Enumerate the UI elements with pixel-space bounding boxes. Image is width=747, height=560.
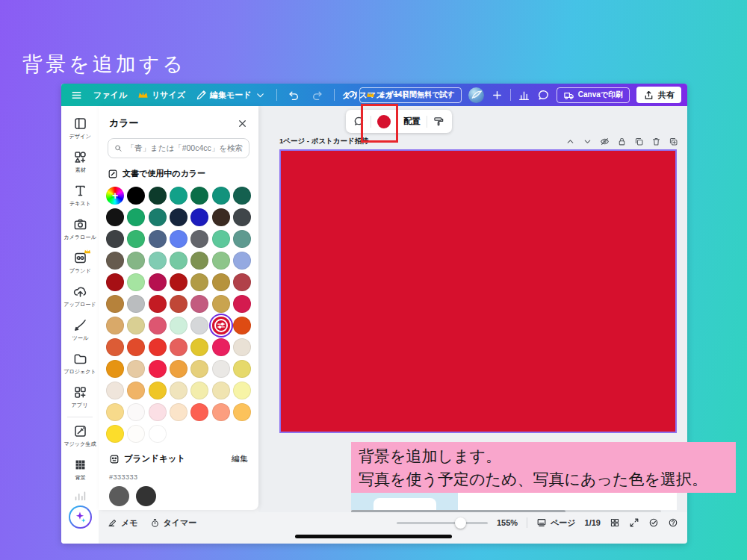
color-swatch[interactable] <box>106 338 124 356</box>
sidebar-item-background[interactable]: 背景 <box>63 453 97 487</box>
color-swatch[interactable] <box>149 317 167 335</box>
color-swatch[interactable] <box>190 187 208 205</box>
color-swatch[interactable] <box>106 425 124 443</box>
insights-icon[interactable] <box>518 89 530 102</box>
color-swatch[interactable] <box>190 230 208 248</box>
brand-color-swatch[interactable] <box>109 486 129 506</box>
sidebar-item-projects[interactable]: プロジェクト <box>63 347 97 381</box>
comment-icon[interactable] <box>353 116 365 127</box>
sidebar-item-design[interactable]: デザイン <box>63 112 97 146</box>
sidebar-item-brand[interactable]: ブランド <box>63 246 97 280</box>
memo-button[interactable]: メモ <box>108 517 138 529</box>
file-menu[interactable]: ファイル <box>93 90 127 101</box>
sidebar-item-apps[interactable]: アプリ <box>63 381 97 414</box>
color-swatch[interactable] <box>106 317 124 335</box>
sidebar-item-tools[interactable]: ツール <box>63 314 97 347</box>
hide-page-icon[interactable] <box>600 137 610 146</box>
color-swatch[interactable] <box>127 252 145 270</box>
color-swatch[interactable] <box>127 230 145 248</box>
color-swatch[interactable] <box>149 360 167 378</box>
design-page[interactable] <box>279 149 677 433</box>
color-swatch[interactable] <box>212 295 230 313</box>
zoom-slider[interactable] <box>397 522 488 524</box>
color-swatch[interactable] <box>190 317 208 335</box>
fullscreen-icon[interactable] <box>629 517 639 528</box>
color-swatch[interactable] <box>149 295 167 313</box>
delete-page-icon[interactable] <box>651 137 661 146</box>
color-swatch[interactable] <box>233 360 251 378</box>
color-swatch[interactable] <box>170 208 187 226</box>
color-swatch[interactable] <box>233 382 251 399</box>
color-swatch[interactable] <box>212 338 230 356</box>
undo-icon[interactable] <box>288 89 300 102</box>
color-swatch[interactable] <box>106 403 124 421</box>
color-swatch[interactable] <box>233 208 251 226</box>
color-swatch[interactable] <box>149 273 167 291</box>
color-swatch[interactable] <box>212 252 230 270</box>
sidebar-item-charts[interactable] <box>63 487 97 503</box>
edit-mode-menu[interactable]: 編集モード <box>196 90 266 101</box>
color-swatch[interactable] <box>127 317 145 335</box>
color-swatch[interactable] <box>127 295 145 313</box>
color-swatch[interactable] <box>127 425 145 443</box>
duplicate-page-icon[interactable] <box>634 137 644 146</box>
sidebar-item-elements[interactable]: 素材 <box>63 146 97 179</box>
color-swatch[interactable] <box>190 208 208 226</box>
close-icon[interactable] <box>237 118 248 129</box>
selected-color-swatch[interactable] <box>212 317 230 335</box>
color-swatch[interactable] <box>127 338 145 356</box>
color-swatch[interactable] <box>170 273 187 291</box>
color-swatch[interactable] <box>190 252 208 270</box>
color-swatch[interactable] <box>127 187 145 205</box>
lock-page-icon[interactable] <box>617 137 627 146</box>
color-swatch[interactable] <box>170 360 187 378</box>
sidebar-item-text[interactable]: テキスト <box>63 179 97 213</box>
color-swatch[interactable] <box>149 252 167 270</box>
color-swatch[interactable] <box>212 360 230 378</box>
bottom-scrollbar[interactable] <box>295 535 452 538</box>
color-swatch[interactable] <box>170 295 187 313</box>
zoom-slider-thumb[interactable] <box>455 517 466 529</box>
print-button[interactable]: Canvaで印刷 <box>557 87 630 103</box>
sidebar-item-upload[interactable]: アップロード <box>63 280 97 314</box>
add-member-icon[interactable] <box>491 89 503 102</box>
color-swatch[interactable] <box>127 403 145 421</box>
color-swatch[interactable] <box>149 230 167 248</box>
move-page-down-icon[interactable] <box>583 137 592 146</box>
next-page-preview[interactable] <box>351 493 677 510</box>
arrange-button[interactable]: 配置 <box>403 116 421 127</box>
color-swatch[interactable] <box>190 382 208 399</box>
color-swatch[interactable] <box>170 252 187 270</box>
color-swatch[interactable] <box>127 273 145 291</box>
sidebar-item-camera[interactable]: カメラロール <box>63 213 97 246</box>
color-swatch[interactable] <box>127 208 145 226</box>
color-swatch[interactable] <box>127 360 145 378</box>
color-swatch[interactable] <box>106 295 124 313</box>
color-swatch[interactable] <box>106 273 124 291</box>
color-swatch[interactable] <box>233 338 251 356</box>
color-swatch[interactable] <box>106 360 124 378</box>
sidebar-item-magic[interactable]: マジック生成 <box>63 420 97 453</box>
color-swatch[interactable] <box>149 425 167 443</box>
color-swatch[interactable] <box>170 338 187 356</box>
brand-color-swatch[interactable] <box>136 486 156 506</box>
color-swatch[interactable] <box>170 230 187 248</box>
color-swatch[interactable] <box>212 403 230 421</box>
color-swatch[interactable] <box>190 360 208 378</box>
move-page-up-icon[interactable] <box>565 137 575 146</box>
add-custom-color-button[interactable] <box>106 187 124 205</box>
timer-button[interactable]: タイマー <box>150 517 197 529</box>
color-swatch[interactable] <box>106 382 124 399</box>
color-swatch[interactable] <box>190 338 208 356</box>
color-swatch[interactable] <box>106 230 124 248</box>
color-swatch[interactable] <box>170 403 187 421</box>
share-button[interactable]: 共有 <box>636 87 681 103</box>
color-swatch[interactable] <box>170 317 187 335</box>
color-swatch[interactable] <box>149 403 167 421</box>
background-color-button[interactable] <box>377 115 391 128</box>
trial-button[interactable]: まず14日間無料で試す <box>359 87 462 103</box>
color-swatch[interactable] <box>149 208 167 226</box>
color-search-input[interactable]: 「青」または「#00c4cc」を検索 <box>108 138 249 158</box>
comment-icon[interactable] <box>537 89 550 102</box>
avatar[interactable] <box>468 87 484 103</box>
